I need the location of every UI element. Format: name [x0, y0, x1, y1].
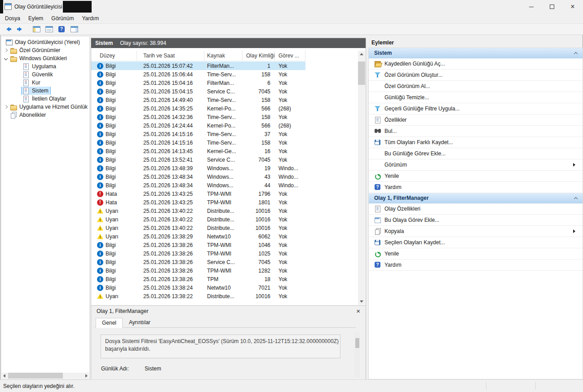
event-row[interactable]: Bilgi 25.01.2026 15:04:15 Service C... 7… [91, 87, 305, 96]
menu-item[interactable]: Yardım [78, 13, 103, 23]
event-row[interactable]: Uyarı 25.01.2026 13:38:29 Netwtw10 6062 … [91, 232, 305, 241]
event-row[interactable]: Hata 25.01.2026 13:43:25 TPM-WMI 1801 Yo… [91, 198, 305, 207]
date-cell: 25.01.2026 13:43:25 [137, 199, 204, 206]
show-console-tree-icon[interactable] [45, 26, 53, 32]
event-row[interactable]: Bilgi 25.01.2026 15:07:42 FilterMan... 1… [91, 62, 305, 70]
action-item[interactable]: Özellikler [369, 115, 583, 126]
preview-scrollbar[interactable] [355, 332, 360, 378]
tree-item[interactable]: Kur [1, 79, 89, 87]
column-header[interactable]: Kaynak [204, 51, 243, 61]
action-item[interactable]: Geçerli Günlüğe Filtre Uygula... [369, 103, 583, 115]
scroll-up-arrow-icon[interactable] [358, 51, 365, 57]
preview-tab[interactable]: Genel [96, 318, 123, 328]
event-row[interactable]: Bilgi 25.01.2026 14:35:25 Kernel-Po... 5… [91, 104, 305, 113]
action-item[interactable]: Kopyala [369, 226, 583, 237]
event-row[interactable]: Uyarı 25.01.2026 13:40:22 Distribute... … [91, 224, 305, 232]
event-row[interactable]: Bilgi 25.01.2026 13:38:26 Service C... 7… [91, 258, 305, 266]
column-header[interactable]: Görev ... [275, 51, 305, 61]
column-header[interactable]: Tarih ve Saat [137, 51, 204, 61]
event-row[interactable]: Bilgi 25.01.2026 13:48:34 Windows... 43 … [91, 172, 305, 181]
preview-close-button[interactable] [356, 308, 360, 315]
action-item[interactable]: Yenile [369, 248, 583, 260]
action-item[interactable]: Günlüğü Temizle... [369, 92, 583, 103]
event-row[interactable]: Bilgi 25.01.2026 15:04:16 FilterMan... 6… [91, 79, 305, 87]
action-item[interactable]: Görünüm [369, 159, 583, 171]
tree-item[interactable]: Windows Günlükleri [1, 54, 89, 62]
event-row[interactable]: Bilgi 25.01.2026 14:49:40 Time-Serv... 1… [91, 96, 305, 104]
action-item[interactable]: Özel Görünüm Al... [369, 81, 583, 92]
event-row[interactable]: Bilgi 25.01.2026 13:38:26 TPM 18 Yok [91, 275, 305, 283]
event-row[interactable]: Uyarı 25.01.2026 13:38:22 Distribute... … [91, 292, 305, 300]
level-icon [97, 225, 103, 231]
action-item[interactable]: Seçilen Olayları Kaydet... [369, 237, 583, 248]
event-row[interactable]: Bilgi 25.01.2026 14:15:16 Time-Serv... 3… [91, 130, 305, 138]
action-item[interactable]: Tüm Olayları Farklı Kaydet... [369, 137, 583, 148]
tree-item[interactable]: Abonelikler [1, 111, 89, 119]
event-row[interactable]: Bilgi 25.01.2026 14:24:44 Kernel-Po... 5… [91, 121, 305, 130]
event-row[interactable]: Bilgi 25.01.2026 13:38:26 TPM-WMI 1282 Y… [91, 266, 305, 275]
help-icon[interactable] [58, 26, 66, 33]
event-row[interactable]: Hata 25.01.2026 13:43:25 TPM-WMI 1796 Yo… [91, 189, 305, 198]
event-row[interactable]: Bilgi 25.01.2026 13:38:26 TPM-WMI 1046 Y… [91, 241, 305, 249]
scrollbar-thumb[interactable] [358, 62, 365, 85]
scroll-down-arrow-icon[interactable] [358, 298, 365, 305]
maximize-button[interactable] [542, 0, 562, 13]
menu-item[interactable]: Görünüm [47, 13, 78, 23]
tree-expander-icon[interactable] [3, 112, 9, 118]
event-row[interactable]: Bilgi 25.01.2026 14:15:16 Time-Serv... 1… [91, 138, 305, 147]
level-label: Bilgi [106, 259, 116, 265]
tree-item[interactable]: İletilen Olaylar [1, 95, 89, 103]
column-header[interactable]: Düzey [91, 51, 137, 61]
section-header-sistem[interactable]: Sistem [369, 48, 583, 58]
action-item[interactable]: Bul... [369, 126, 583, 137]
column-header[interactable]: Olay Kimliği [243, 51, 275, 61]
event-row[interactable]: Bilgi 25.01.2026 14:32:36 Time-Serv... 1… [91, 113, 305, 121]
tree-item[interactable]: Olay Görüntüleyicisi (Yerel) [1, 38, 89, 46]
tree-horizontal-scrollbar[interactable] [2, 373, 89, 379]
action-item[interactable]: Bu Olaya Görev Ekle... [369, 215, 583, 226]
action-item[interactable]: Yardım [369, 182, 583, 193]
event-row[interactable]: Bilgi 25.01.2026 13:52:41 Service C... 7… [91, 155, 305, 164]
action-item[interactable]: Kaydedilen Günlüğü Aç... [369, 58, 583, 70]
tree-expander-icon[interactable] [3, 48, 9, 53]
scroll-left-arrow-icon[interactable] [2, 373, 8, 379]
event-row[interactable]: Uyarı 25.01.2026 13:40:22 Distribute... … [91, 207, 305, 215]
tree-item[interactable]: Güvenlik [1, 70, 89, 79]
scrollbar-thumb[interactable] [355, 338, 359, 348]
preview-tab[interactable]: Ayrıntılar [123, 317, 157, 327]
back-icon[interactable] [4, 26, 12, 33]
event-row[interactable]: Bilgi 25.01.2026 13:48:34 Windows... 44 … [91, 181, 305, 189]
tree-expander-icon[interactable] [3, 56, 9, 61]
event-row[interactable]: Uyarı 25.01.2026 13:40:22 Distribute... … [91, 215, 305, 224]
close-button[interactable] [562, 0, 583, 13]
event-list-scrollbar[interactable] [358, 51, 365, 305]
action-item[interactable]: Yardım [369, 260, 583, 271]
scrollbar-thumb[interactable] [8, 373, 63, 379]
show-action-pane-icon[interactable] [71, 26, 78, 32]
event-row[interactable]: Bilgi 25.01.2026 14:13:45 Kernel-Ge... 1… [91, 147, 305, 155]
event-row[interactable]: Bilgi 25.01.2026 15:06:44 Time-Serv... 1… [91, 70, 305, 79]
section-header-event[interactable]: Olay 1, FilterManager [369, 193, 583, 203]
tree-expander-icon[interactable] [3, 104, 9, 110]
console-window-icon[interactable] [33, 26, 40, 32]
menu-item[interactable]: Eylem [24, 13, 47, 23]
tree-item[interactable]: Uygulama ve Hizmet Günlük [1, 103, 89, 111]
minimize-button[interactable] [521, 0, 542, 13]
source-cell: Time-Serv... [204, 140, 243, 146]
tree-item[interactable]: Özel Görünümler [1, 46, 89, 54]
tree-item-body: Uygulama ve Hizmet Günlük [9, 103, 89, 111]
level-cell: Bilgi [91, 276, 137, 282]
date-cell: 25.01.2026 13:52:41 [137, 157, 204, 163]
menu-item[interactable]: Dosya [1, 13, 24, 23]
action-item[interactable]: Yenile [369, 171, 583, 182]
tree-item[interactable]: Sistem [1, 87, 89, 95]
action-item[interactable]: Olay Özellikleri [369, 203, 583, 215]
tree-item[interactable]: Uygulama [1, 62, 89, 70]
event-row[interactable]: Bilgi 25.01.2026 13:38:26 TPM-WMI 1025 Y… [91, 249, 305, 258]
scroll-right-arrow-icon[interactable] [83, 373, 89, 379]
action-item[interactable]: Özel Görünüm Oluştur... [369, 70, 583, 81]
action-item[interactable]: Bu Günlüğe Görev Ekle... [369, 148, 583, 159]
event-row[interactable]: Bilgi 25.01.2026 13:48:39 Windows... 19 … [91, 164, 305, 172]
event-row[interactable]: Bilgi 25.01.2026 13:38:24 Netwtw10 7021 … [91, 283, 305, 292]
forward-icon[interactable] [17, 26, 24, 33]
